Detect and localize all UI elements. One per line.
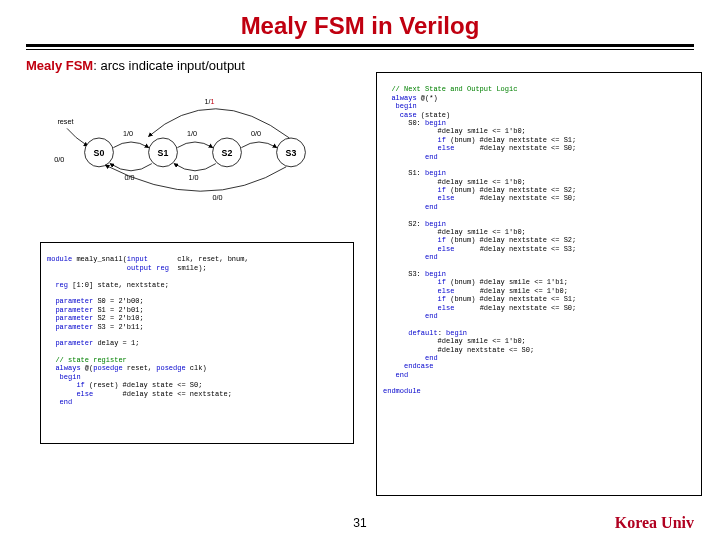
svg-text:S0: S0 (94, 148, 105, 158)
arc-s1-s0: 0/0 (124, 173, 134, 182)
footer-logo: Korea Univ (615, 514, 694, 532)
code-right-text: // Next State and Output Logic always @(… (383, 85, 576, 395)
label-reset: reset (57, 117, 73, 126)
svg-text:S1: S1 (158, 148, 169, 158)
state-s0: S0 (85, 138, 114, 167)
code-left-box: module mealy_snail(input clk, reset, bnu… (40, 242, 354, 444)
code-right-box: // Next State and Output Logic always @(… (376, 72, 702, 496)
arc-reset-in: 0/0 (54, 155, 64, 164)
page-number: 31 (0, 516, 720, 530)
state-s2: S2 (213, 138, 242, 167)
arc-s0-s1: 1/0 (123, 129, 133, 138)
divider-thick (26, 44, 694, 47)
state-s3: S3 (277, 138, 306, 167)
arc-s2-s1: 1/0 (188, 173, 198, 182)
page-title: Mealy FSM in Verilog (0, 0, 720, 40)
arc-s3-s1: 0/0 (212, 193, 222, 202)
arc-top-loop: 1/1 (205, 97, 215, 106)
subtitle-rest: : arcs indicate input/output (93, 58, 245, 73)
arc-s2-s3: 0/0 (251, 129, 261, 138)
divider-thin (26, 49, 694, 50)
subtitle: Mealy FSM: arcs indicate input/output (26, 58, 720, 73)
svg-text:S2: S2 (222, 148, 233, 158)
subtitle-prefix: Mealy FSM (26, 58, 93, 73)
svg-text:S3: S3 (286, 148, 297, 158)
arc-s1-s2: 1/0 (187, 129, 197, 138)
state-s1: S1 (149, 138, 178, 167)
fsm-diagram: reset 0/0 1/1 S0 S1 S2 S3 1/0 1/0 0/0 1/… (18, 90, 364, 210)
code-left-text: module mealy_snail(input clk, reset, bnu… (47, 255, 249, 406)
